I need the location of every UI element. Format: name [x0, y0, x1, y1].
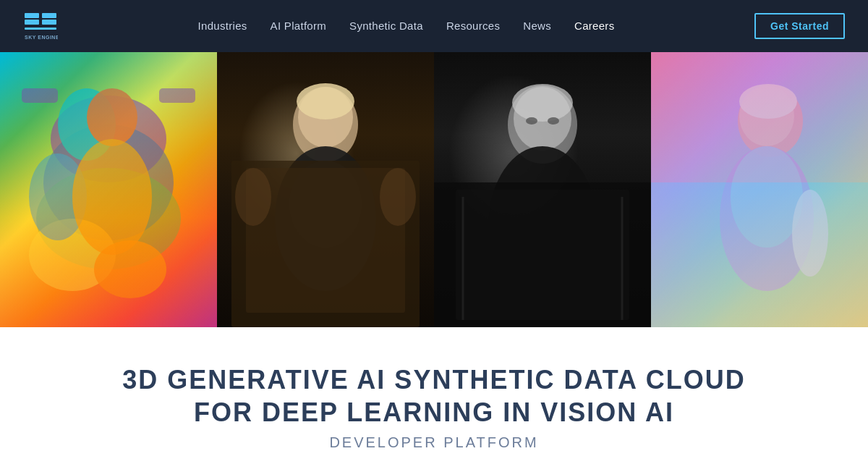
svg-point-8	[58, 88, 116, 161]
svg-point-28	[512, 84, 573, 122]
nav-item-careers[interactable]: Careers	[574, 20, 614, 33]
svg-point-14	[72, 139, 152, 255]
svg-point-38	[739, 85, 794, 146]
svg-point-7	[43, 125, 174, 240]
nav-links: Industries AI Platform Synthetic Data Re…	[198, 20, 615, 33]
svg-rect-3	[42, 20, 56, 25]
main-heading: 3D GENERATIVE AI SYNTHETIC DATA CLOUD FO…	[72, 363, 796, 429]
svg-rect-33	[456, 190, 629, 320]
navbar: SKY ENGINE AI Industries AI Platform Syn…	[0, 0, 868, 52]
svg-point-29	[526, 117, 537, 125]
svg-point-37	[738, 85, 803, 157]
svg-rect-43	[651, 182, 868, 327]
nav-item-industries[interactable]: Industries	[198, 20, 247, 33]
svg-rect-44	[651, 52, 868, 182]
svg-point-13	[87, 88, 137, 146]
nav-item-news[interactable]: News	[523, 20, 551, 33]
logo-area: SKY ENGINE AI	[23, 9, 58, 43]
svg-point-19	[297, 83, 354, 119]
hero-panel-dark2	[434, 52, 651, 327]
nav-item-resources[interactable]: Resources	[446, 20, 500, 33]
nav-item-synthetic-data[interactable]: Synthetic Data	[349, 20, 423, 33]
hero-panel-dark1	[217, 52, 434, 327]
svg-point-11	[94, 240, 166, 298]
svg-rect-4	[25, 28, 56, 30]
hero-panel-thermal	[0, 52, 217, 327]
heading-line1: 3D GENERATIVE AI SYNTHETIC DATA CLOUD	[122, 365, 745, 395]
content-section: 3D GENERATIVE AI SYNTHETIC DATA CLOUD FO…	[0, 327, 868, 451]
svg-rect-15	[22, 88, 58, 103]
svg-text:SKY ENGINE AI: SKY ENGINE AI	[25, 35, 58, 40]
svg-rect-36	[651, 52, 868, 327]
svg-point-39	[739, 84, 797, 119]
svg-point-42	[792, 190, 828, 277]
hero-panel-normal	[651, 52, 868, 327]
svg-rect-1	[25, 20, 39, 25]
logo-icon: SKY ENGINE AI	[23, 9, 58, 43]
svg-point-40	[720, 146, 814, 291]
get-started-button[interactable]: Get Started	[754, 13, 845, 39]
svg-point-12	[29, 153, 87, 240]
svg-rect-0	[25, 13, 39, 18]
svg-point-25	[380, 168, 416, 226]
nav-item-ai-platform[interactable]: AI Platform	[271, 20, 327, 33]
svg-rect-2	[42, 13, 56, 18]
svg-point-41	[731, 146, 803, 248]
svg-point-24	[235, 168, 271, 226]
svg-point-10	[29, 219, 116, 291]
hero-section	[0, 52, 868, 327]
svg-point-30	[548, 117, 559, 125]
sub-heading: DEVELOPER PLATFORM	[72, 434, 796, 451]
svg-point-6	[51, 96, 166, 182]
svg-point-9	[36, 168, 181, 269]
svg-rect-16	[159, 88, 195, 103]
heading-line2: FOR DEEP LEARNING IN VISION AI	[194, 397, 674, 427]
